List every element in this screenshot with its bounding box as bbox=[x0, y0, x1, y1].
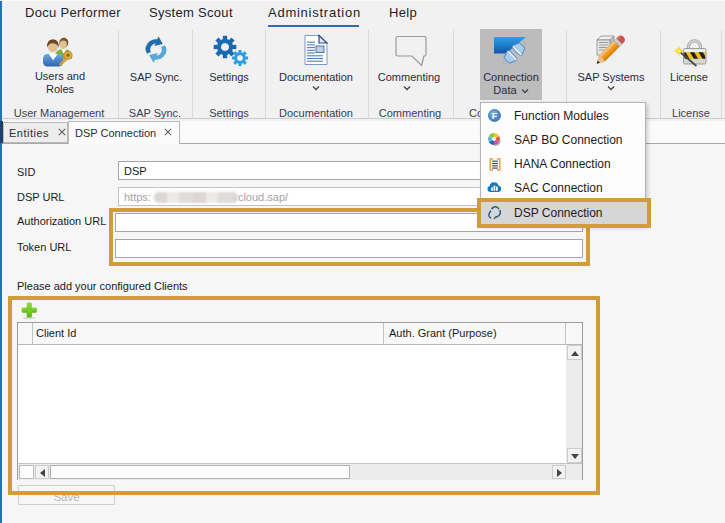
svg-text:F: F bbox=[492, 111, 498, 121]
